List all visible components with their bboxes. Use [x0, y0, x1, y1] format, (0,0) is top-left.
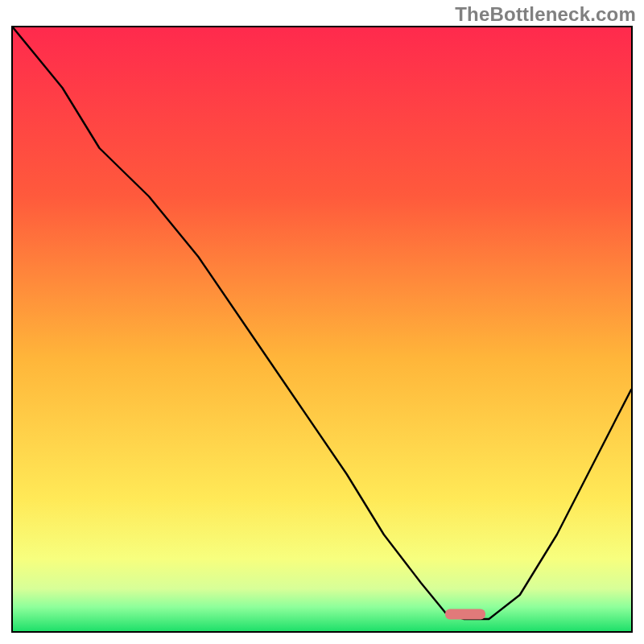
plot-frame [11, 26, 633, 633]
optimal-marker [445, 609, 485, 620]
watermark-text: TheBottleneck.com [455, 3, 636, 26]
plot-area [13, 27, 631, 631]
bottleneck-curve [13, 27, 631, 631]
